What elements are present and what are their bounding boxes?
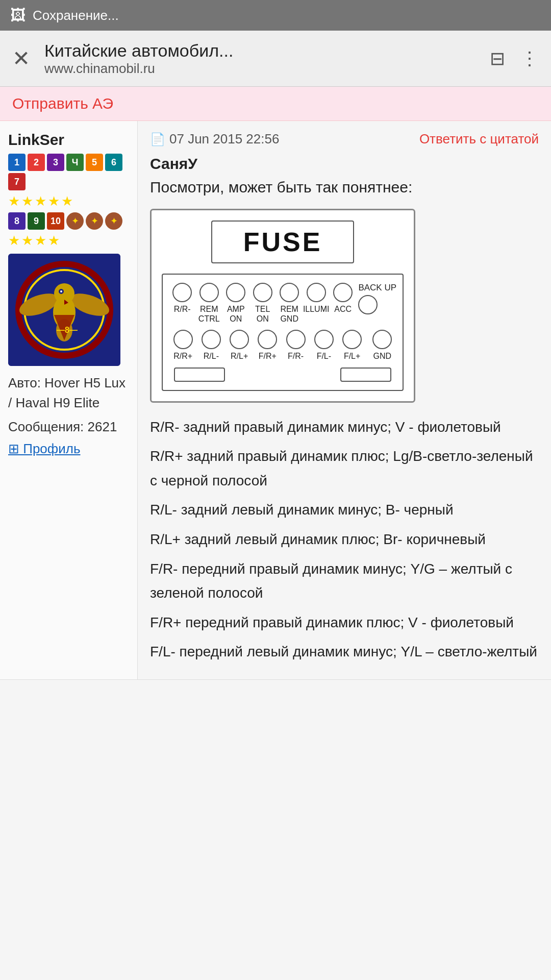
fuse-circle-b6	[314, 330, 334, 349]
toolbar-title-block: Китайские автомобил... www.chinamobil.ru	[44, 41, 490, 77]
fuse-conn-rr-plus: R/R+	[169, 330, 197, 361]
close-button[interactable]: ✕	[12, 48, 30, 69]
fuse-circle-b3	[230, 330, 249, 349]
fuse-conn-rem-gnd: REMGND	[276, 283, 303, 324]
fuse-circle-b1	[173, 330, 193, 349]
fuse-label-fr-plus: F/R+	[259, 351, 277, 361]
doc-icon: 📄	[150, 132, 165, 146]
fuse-circle-7	[333, 283, 353, 302]
post-date: 📄 07 Jun 2015 22:56	[150, 131, 279, 147]
star-4: ★	[48, 193, 60, 209]
fuse-conn-tel-on: TELON	[249, 283, 276, 324]
desc-3: R/L- задний левый динамик минус; B- черн…	[150, 498, 539, 522]
badge-6: 6	[105, 154, 122, 171]
fuse-circle-3	[226, 283, 245, 302]
toolbar-icons: ⊟ ⋮	[490, 48, 539, 69]
profile-link[interactable]: ⊞ Профиль	[8, 441, 129, 457]
fuse-circle-6	[307, 283, 326, 302]
fuse-conn-rl-plus: R/L+	[226, 330, 254, 361]
fuse-label-amp-on: AMPON	[227, 304, 245, 324]
star-5: ★	[61, 193, 73, 209]
desc-2: R/R+ задний правый динамик плюс; Lg/B-св…	[150, 444, 539, 493]
star-9: ★	[48, 233, 60, 249]
fuse-label-rem-ctrl: REMCTRL	[198, 304, 220, 324]
medal-2: ✦	[86, 212, 103, 230]
fuse-inner-box: R/R- REMCTRL AMPON TELON	[162, 274, 404, 391]
fuse-diagram: FUSE R/R- REMCTRL AMPON	[150, 209, 415, 403]
post-text: Посмотри, может быть так понятнее:	[150, 176, 539, 199]
status-text: Сохранение...	[33, 8, 119, 23]
post-author: СаняУ	[150, 155, 539, 173]
star-2: ★	[21, 193, 33, 209]
post-date-text: 07 Jun 2015 22:56	[169, 131, 279, 147]
post-body: 📄 07 Jun 2015 22:56 Ответить с цитатой С…	[138, 121, 551, 679]
fuse-bottom-row: R/R+ R/L- R/L+ F/R+	[169, 330, 396, 361]
post-container: LinkSer 1 2 3 Ч 5 6 7 ★ ★ ★ ★ ★ 8 9 10 ✦…	[0, 121, 551, 680]
badge-2: 2	[28, 154, 45, 171]
fuse-title: FUSE	[243, 227, 322, 257]
fuse-circle-2	[199, 283, 219, 302]
badge-10: 10	[47, 212, 64, 230]
fuse-label-acc: ACC	[334, 304, 352, 314]
fuse-label-rem-gnd: REMGND	[280, 304, 298, 324]
page-title: Китайские автомобил...	[44, 41, 402, 61]
fuse-label-gnd: GND	[373, 351, 392, 361]
badge-8: 8	[8, 212, 26, 230]
fuse-conn-illumi: ILLUMI	[303, 283, 329, 314]
user-car-info: Авто: Hover H5 Lux / Haval H9 Elite	[8, 373, 129, 413]
fuse-conn-acc: ACC	[330, 283, 356, 314]
fuse-conn-rem-ctrl: REMCTRL	[195, 283, 222, 324]
fuse-label-rr-minus: R/R-	[174, 304, 191, 314]
fuse-label-fl-plus: F/L+	[344, 351, 360, 361]
badge-7: 7	[8, 173, 26, 190]
badge-5: 5	[86, 154, 103, 171]
fuse-bottom-tabs	[169, 368, 396, 382]
badges-row-2: 8 9 10 ✦ ✦ ✦	[8, 212, 129, 230]
fuse-conn-rr-minus: R/R-	[169, 283, 195, 314]
post-meta: 📄 07 Jun 2015 22:56 Ответить с цитатой	[150, 131, 539, 147]
stars-row-2: ★ ★ ★ ★	[8, 233, 129, 249]
stars-row-1: ★ ★ ★ ★ ★	[8, 193, 129, 209]
medal-3: ✦	[105, 212, 122, 230]
badge-1: 1	[8, 154, 26, 171]
fuse-label-illumi: ILLUMI	[303, 304, 330, 314]
badge-3: 3	[47, 154, 64, 171]
description-list: R/R- задний правый динамик минус; V - фи…	[150, 415, 539, 664]
star-6: ★	[8, 233, 20, 249]
medal-1: ✦	[66, 212, 84, 230]
fuse-conn-fl-minus: F/L-	[310, 330, 338, 361]
fuse-circle-1	[172, 283, 192, 302]
sidebar-username: LinkSer	[8, 131, 129, 149]
star-3: ★	[35, 193, 46, 209]
fuse-circle-b8	[372, 330, 392, 349]
desc-4: R/L+ задний левый динамик плюс; Br- кори…	[150, 527, 539, 552]
fuse-label-fr-minus: F/R-	[288, 351, 304, 361]
desc-7: F/L- передний левый динамик минус; Y/L –…	[150, 640, 539, 664]
fuse-circle-5	[280, 283, 299, 302]
desc-6: F/R+ передний правый динамик плюс; V - ф…	[150, 610, 539, 635]
desc-5: F/R- передний правый динамик минус; Y/G …	[150, 557, 539, 605]
page-url: www.chinamobil.ru	[44, 61, 490, 77]
fuse-circle-4	[253, 283, 272, 302]
reply-strip[interactable]: Отправить АЭ	[0, 87, 551, 121]
bookmark-icon[interactable]: ⊟	[490, 48, 505, 69]
fuse-label-fl-minus: F/L-	[317, 351, 331, 361]
fuse-circle-b2	[202, 330, 221, 349]
avatar: —8—	[8, 254, 120, 366]
image-icon: 🖼	[10, 7, 26, 24]
fuse-label-rr-plus: R/R+	[173, 351, 192, 361]
fuse-circle-b7	[342, 330, 362, 349]
star-7: ★	[21, 233, 33, 249]
badge-9: 9	[28, 212, 45, 230]
fuse-conn-amp-on: AMPON	[222, 283, 249, 324]
menu-icon[interactable]: ⋮	[520, 48, 539, 69]
fuse-label-tel-on: TELON	[255, 304, 270, 324]
star-1: ★	[8, 193, 20, 209]
badge-4: Ч	[66, 154, 84, 171]
fuse-conn-fr-minus: F/R-	[282, 330, 310, 361]
reply-button[interactable]: Ответить с цитатой	[419, 131, 539, 147]
user-messages: Сообщения: 2621	[8, 417, 129, 437]
fuse-top-row: R/R- REMCTRL AMPON TELON	[169, 283, 396, 324]
fuse-label-rl-minus: R/L-	[204, 351, 219, 361]
svg-point-9	[60, 290, 62, 292]
